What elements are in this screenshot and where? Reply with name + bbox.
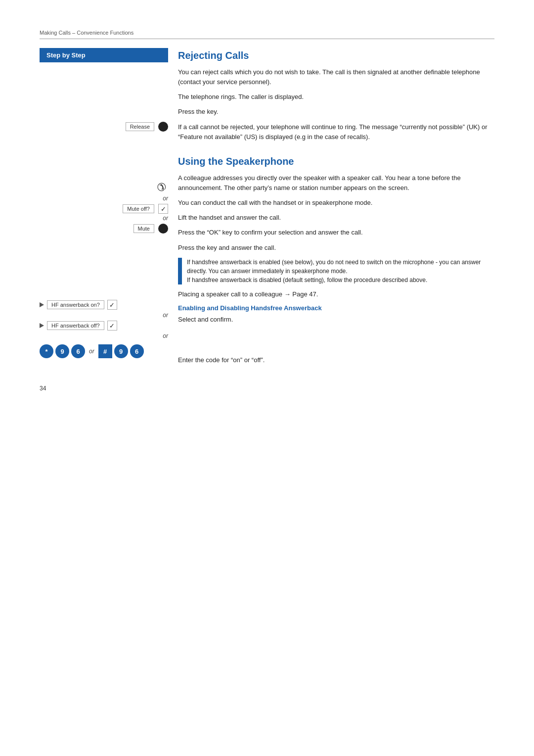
lift-handset-text: Lift the handset and answer the call. (178, 213, 494, 223)
mute-off-checkbox: ✓ (158, 204, 168, 214)
mute-off-label: Mute off? (123, 204, 154, 213)
mute-circle-key (158, 224, 168, 234)
release-key-row: Release (40, 122, 168, 132)
code-6-key-2: 6 (130, 344, 144, 358)
info-box: If handsfree answerback is enabled (see … (178, 258, 494, 284)
placing-text: Placing a speaker call to a colleague → … (178, 289, 494, 299)
release-circle-key (158, 122, 168, 132)
speakerphone-para2: You can conduct the call with the handse… (178, 198, 494, 208)
press-mute-text: Press the key and answer the call. (178, 243, 494, 253)
code-9-key-2: 9 (114, 344, 128, 358)
speakerphone-section: Using the Speakerphone A colleague addre… (178, 156, 494, 365)
hf-off-checkbox: ✓ (107, 321, 117, 331)
page-number: 34 (40, 385, 494, 392)
or-label-2: or (40, 215, 168, 222)
mute-key-label: Mute (134, 224, 154, 233)
hf-off-triangle-icon (40, 323, 44, 328)
code-keys-row: * 9 6 or # 9 6 (40, 344, 168, 358)
right-column: Rejecting Calls You can reject calls whi… (168, 48, 494, 370)
press-key-text: Press the key. (178, 107, 494, 117)
or-inline: or (89, 348, 94, 355)
code-9-key: 9 (55, 344, 69, 358)
rejecting-para1: You can reject calls which you do not wi… (178, 67, 494, 87)
select-confirm-text: Select and confirm. (178, 315, 494, 325)
mute-off-row: Mute off? ✓ (40, 204, 168, 214)
code-6-key: 6 (71, 344, 85, 358)
hf-on-label: HF answerback on? (47, 300, 104, 309)
page-header: Making Calls – Convenience Functions (40, 30, 494, 39)
speakerphone-para1: A colleague addresses you directly over … (178, 173, 494, 193)
or-label-4: or (40, 332, 168, 339)
rejecting-calls-section: Rejecting Calls You can reject calls whi… (178, 50, 494, 142)
info-text: If handsfree answerback is enabled (see … (187, 258, 494, 284)
left-column: Step by Step Release ✆ or Mute (40, 48, 168, 370)
hf-on-triangle-icon (40, 302, 44, 307)
hf-on-row: HF answerback on? ✓ (40, 300, 168, 310)
speakerphone-title: Using the Speakerphone (178, 156, 494, 167)
hf-off-row: HF answerback off? ✓ (40, 321, 168, 331)
enter-code-text: Enter the code for “on” or “off”. (178, 355, 494, 365)
mute-key-row: Mute (40, 224, 168, 234)
info-bar (178, 258, 182, 284)
release-key-label: Release (126, 122, 154, 131)
mute-ok-text: Press the “OK” key to confirm your selec… (178, 228, 494, 237)
code-hash-key: # (98, 344, 112, 358)
or-label-3: or (40, 312, 168, 319)
rejecting-para3: If a call cannot be rejected, your telep… (178, 122, 494, 142)
hf-on-checkbox: ✓ (107, 300, 117, 310)
enabling-title: Enabling and Disabling Handsfree Answerb… (178, 304, 494, 312)
handset-icon: ✆ (157, 181, 166, 194)
hf-off-label: HF answerback off? (47, 321, 104, 330)
code-star-key: * (40, 344, 53, 358)
rejecting-para2: The telephone rings. The caller is displ… (178, 92, 494, 102)
step-by-step-box: Step by Step (40, 48, 168, 62)
or-label-1: or (40, 195, 168, 202)
rejecting-calls-title: Rejecting Calls (178, 50, 494, 61)
